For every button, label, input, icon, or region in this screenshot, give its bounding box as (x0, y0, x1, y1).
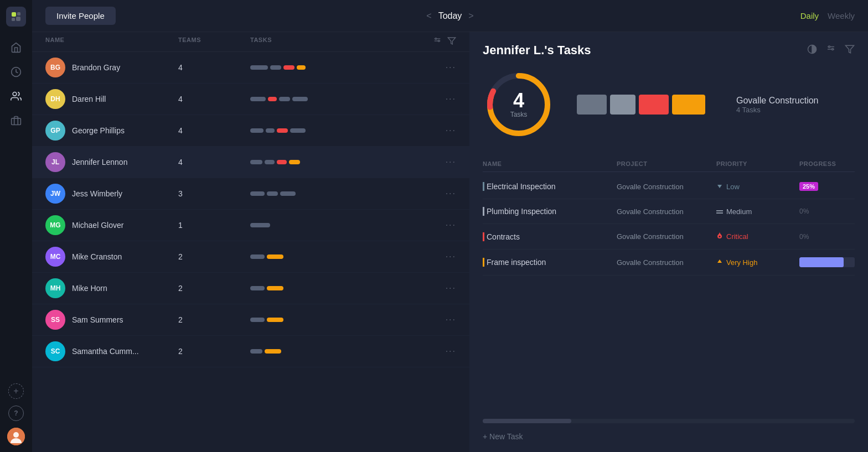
task-bar (250, 65, 268, 70)
summary-bar-3 (639, 95, 669, 115)
svg-marker-23 (717, 185, 722, 188)
summary-bars-container (577, 95, 705, 115)
progress-fill (799, 257, 844, 267)
people-list: BG Brandon Gray 4 ··· DH Daren Hill 4 ··… (32, 52, 469, 452)
person-task-bars (250, 254, 412, 259)
person-task-bars (250, 128, 412, 133)
task-bar (277, 128, 288, 133)
row-actions-menu[interactable]: ··· (412, 283, 456, 293)
priority-label: Low (726, 183, 740, 191)
row-actions-menu[interactable]: ··· (412, 252, 456, 262)
summary-task-bars (577, 95, 705, 115)
project-name: Govalle Construction (736, 96, 819, 106)
invite-people-button[interactable]: Invite People (45, 7, 116, 25)
person-avatar: JL (45, 152, 65, 172)
svg-marker-13 (448, 38, 455, 44)
person-name: Michael Glover (72, 221, 123, 230)
task-panel-actions (807, 44, 855, 57)
row-actions-menu[interactable]: ··· (412, 157, 456, 167)
task-bar (250, 286, 265, 290)
chart-icon[interactable] (807, 44, 817, 57)
daily-view-button[interactable]: Daily (800, 11, 819, 20)
person-row-mike-horn[interactable]: MH Mike Horn 2 ··· (32, 273, 469, 304)
main-content: Invite People < Today > Daily Weekly NAM… (32, 0, 868, 452)
person-name: George Phillips (72, 126, 125, 135)
add-workspace-button[interactable]: + (8, 383, 24, 399)
help-button[interactable]: ? (8, 406, 24, 421)
person-info: JL Jennifer Lennon (45, 152, 178, 172)
filter-icon[interactable] (447, 37, 456, 47)
task-bar (267, 191, 278, 196)
col-name: NAME (45, 37, 178, 47)
weekly-view-button[interactable]: Weekly (828, 11, 855, 20)
filter-settings-icon[interactable] (433, 37, 442, 47)
person-tasks-count: 4 (178, 158, 250, 167)
svg-point-8 (13, 432, 19, 438)
tasks-scrollbar[interactable] (483, 419, 855, 423)
person-task-bars (250, 97, 412, 101)
row-actions-menu[interactable]: ··· (412, 315, 456, 325)
task-bar (250, 97, 266, 101)
people-icon[interactable] (6, 86, 26, 106)
tasks-scrollbar-thumb[interactable] (483, 419, 571, 423)
person-task-bars (250, 286, 412, 290)
person-tasks-count: 2 (178, 347, 250, 356)
priority-label: Medium (726, 207, 752, 216)
task-filter-icon[interactable] (845, 44, 855, 57)
sidebar: + ? (0, 0, 32, 452)
person-info: MH Mike Horn (45, 278, 178, 298)
clock-icon[interactable] (6, 62, 26, 82)
task-bar (270, 65, 281, 70)
person-row-brandon-gray[interactable]: BG Brandon Gray 4 ··· (32, 52, 469, 84)
person-name: Samantha Cumm... (72, 347, 139, 356)
tasks-table: NAME PROJECT PRIORITY PROGRESS Electrica… (483, 156, 855, 441)
person-row-sam-summers[interactable]: SS Sam Summers 2 ··· (32, 304, 469, 336)
person-name: Jess Wimberly (72, 189, 122, 198)
prev-date-button[interactable]: < (426, 11, 431, 21)
person-task-bars (250, 65, 412, 70)
person-row-michael-glover[interactable]: MG Michael Glover 1 ··· (32, 210, 469, 241)
tasks-table-header: NAME PROJECT PRIORITY PROGRESS (483, 156, 855, 172)
person-info: MC Mike Cranston (45, 247, 178, 267)
row-actions-menu[interactable]: ··· (412, 126, 456, 136)
person-row-daren-hill[interactable]: DH Daren Hill 4 ··· (32, 84, 469, 115)
row-actions-menu[interactable]: ··· (412, 220, 456, 230)
person-row-samantha-cumm[interactable]: SC Samantha Cumm... 2 ··· (32, 336, 469, 367)
task-row-contracts[interactable]: Contracts Govalle Construction Critical … (483, 224, 855, 250)
settings-icon[interactable] (826, 44, 836, 57)
new-task-button[interactable]: + New Task (483, 423, 855, 441)
task-priority: Medium (716, 207, 799, 216)
briefcase-icon[interactable] (6, 111, 26, 131)
tasks-col-priority: PRIORITY (716, 160, 799, 167)
person-avatar: BG (45, 58, 65, 77)
person-tasks-count: 4 (178, 126, 250, 135)
row-actions-menu[interactable]: ··· (412, 94, 456, 104)
person-row-george-phillips[interactable]: GP George Phillips 4 ··· (32, 115, 469, 147)
next-date-button[interactable]: > (468, 11, 473, 21)
task-bar (267, 254, 283, 259)
user-avatar[interactable] (7, 428, 25, 445)
home-icon[interactable] (6, 38, 26, 58)
person-tasks-count: 4 (178, 63, 250, 72)
person-row-mike-cranston[interactable]: MC Mike Cranston 2 ··· (32, 241, 469, 273)
row-actions-menu[interactable]: ··· (412, 189, 456, 199)
task-bar (267, 318, 283, 322)
row-actions-menu[interactable]: ··· (412, 63, 456, 72)
task-row-frame-inspection[interactable]: Frame inspection Govalle Construction Ve… (483, 250, 855, 276)
row-actions-menu[interactable]: ··· (412, 346, 456, 356)
svg-point-18 (832, 48, 834, 50)
app-logo[interactable] (6, 7, 26, 27)
person-name: Jennifer Lennon (72, 158, 127, 167)
task-row-plumbing-inspection[interactable]: Plumbing Inspection Govalle Construction… (483, 199, 855, 224)
task-bar (250, 254, 265, 259)
person-row-jennifer-lennon[interactable]: JL Jennifer Lennon 4 ··· (32, 147, 469, 178)
person-avatar: MC (45, 247, 65, 267)
task-progress (799, 257, 855, 267)
tasks-table-body: Electrical Inspection Govalle Constructi… (483, 174, 855, 414)
task-row-electrical-inspection[interactable]: Electrical Inspection Govalle Constructi… (483, 174, 855, 199)
person-name: Mike Horn (72, 284, 107, 293)
table-actions (412, 37, 456, 47)
person-name: Brandon Gray (72, 63, 120, 72)
task-name: Frame inspection (483, 258, 617, 267)
person-row-jess-wimberly[interactable]: JW Jess Wimberly 3 ··· (32, 178, 469, 210)
